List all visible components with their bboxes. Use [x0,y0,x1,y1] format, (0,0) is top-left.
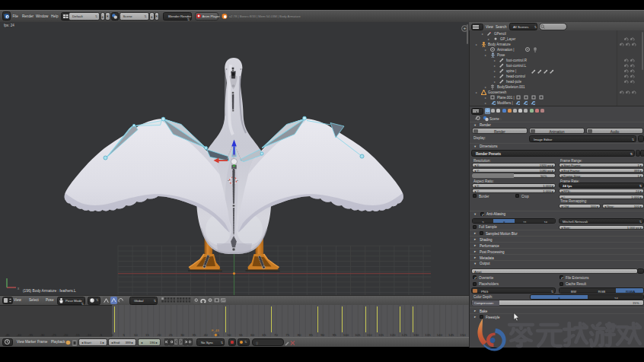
svg-text:x: x [18,287,20,291]
